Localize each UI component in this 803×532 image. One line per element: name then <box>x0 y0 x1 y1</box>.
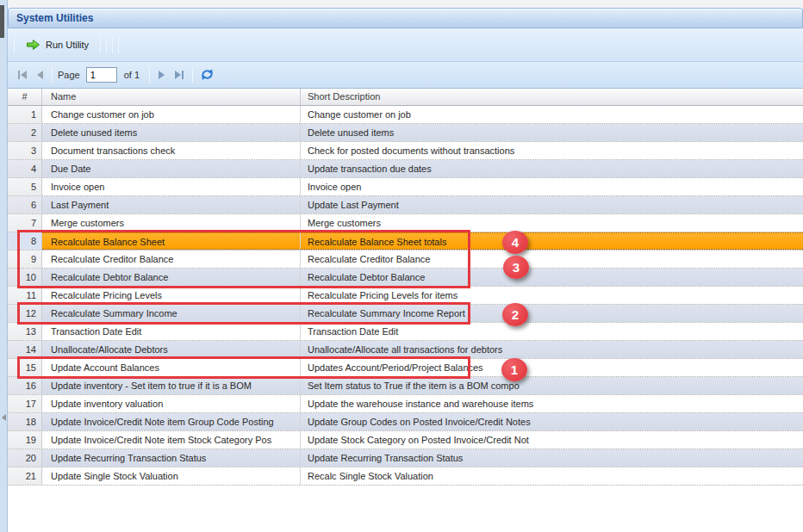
table-row[interactable]: 2 Delete unused items Delete unused item… <box>8 124 803 142</box>
row-number: 10 <box>8 269 42 286</box>
run-utility-label: Run Utility <box>46 40 89 50</box>
row-number: 18 <box>8 413 42 430</box>
first-page-icon <box>18 71 20 79</box>
refresh-button[interactable] <box>196 68 218 83</box>
row-number: 17 <box>8 395 42 412</box>
table-row[interactable]: 10 Recalculate Debtor Balance Recalculat… <box>8 269 803 287</box>
next-page-button[interactable] <box>153 65 170 84</box>
row-description: Update Group Codes on Posted Invoice/Cre… <box>301 413 803 430</box>
row-number: 20 <box>8 449 42 467</box>
row-description: Update Last Payment <box>301 196 803 213</box>
left-collapse-strip[interactable] <box>0 0 8 532</box>
toolbar-separator <box>14 37 15 53</box>
paging-toolbar: Page of 1 <box>8 61 803 89</box>
table-row[interactable]: 11 Recalculate Pricing Levels Recalculat… <box>8 287 803 305</box>
table-row[interactable]: 4 Due Date Update transaction due dates <box>8 160 803 178</box>
pager-separator <box>52 67 53 83</box>
pager-separator <box>149 67 150 83</box>
row-description: Updates Account/Period/Project Balances <box>301 359 803 376</box>
row-number: 19 <box>8 431 42 448</box>
row-description: Invoice open <box>301 178 803 195</box>
row-name: Update Account Balances <box>42 359 301 376</box>
table-row[interactable]: 3 Document transactions check Check for … <box>8 142 803 160</box>
row-number: 16 <box>8 377 42 394</box>
table-row[interactable]: 6 Last Payment Update Last Payment <box>8 196 803 214</box>
row-description: Set Item status to True if the item is a… <box>301 377 803 394</box>
table-row[interactable]: 21 Update Single Stock Valuation Recalc … <box>8 467 803 486</box>
row-name: Last Payment <box>42 196 301 213</box>
table-row[interactable]: 19 Update Invoice/Credit Note item Stock… <box>8 431 803 449</box>
row-description: Recalc Single Stock Valuation <box>301 467 803 485</box>
row-name: Recalculate Debtor Balance <box>42 269 301 286</box>
utilities-grid: # Name Short Description 1 Change custom… <box>8 89 803 532</box>
table-row[interactable]: 17 Update inventory valuation Update the… <box>8 395 803 413</box>
refresh-icon <box>201 68 214 83</box>
prev-page-button[interactable] <box>32 65 48 84</box>
table-row[interactable]: 5 Invoice open Invoice open <box>8 178 803 196</box>
row-name: Recalculate Summary Income <box>42 305 301 322</box>
row-number: 6 <box>8 196 42 213</box>
row-number: 13 <box>8 323 42 340</box>
row-number: 1 <box>8 106 42 123</box>
row-name: Update inventory valuation <box>42 395 301 412</box>
grid-header: # Name Short Description <box>8 89 803 106</box>
row-description: Update Stock Category on Posted Invoice/… <box>301 431 803 448</box>
row-number: 8 <box>8 232 42 250</box>
table-row[interactable]: 8 Recalculate Balance Sheet Recalculate … <box>8 232 803 251</box>
row-name: Update Invoice/Credit Note item Stock Ca… <box>42 431 301 448</box>
row-description: Change customer on job <box>301 106 803 123</box>
page-number-input[interactable] <box>86 67 117 83</box>
page-title: System Utilities <box>16 12 93 24</box>
row-description: Unallocate/Allocate all transactions for… <box>301 341 803 358</box>
toolbar: Run Utility <box>8 28 803 61</box>
row-description: Transaction Date Edit <box>301 323 803 340</box>
table-row[interactable]: 1 Change customer on job Change customer… <box>8 106 803 124</box>
row-description: Update the warehouse instance and wareho… <box>301 395 803 412</box>
last-page-icon <box>175 71 181 79</box>
row-description: Merge customers <box>301 214 803 232</box>
table-row[interactable]: 12 Recalculate Summary Income Recalculat… <box>8 305 803 323</box>
run-utility-button[interactable]: Run Utility <box>17 34 97 56</box>
toolbar-separator <box>106 37 107 53</box>
row-name: Unallocate/Allocate Debtors <box>42 341 301 358</box>
row-number: 5 <box>8 178 42 195</box>
row-name: Delete unused items <box>42 124 301 141</box>
row-name: Update inventory - Set item to true if i… <box>42 377 301 394</box>
row-number: 4 <box>8 160 42 177</box>
row-description: Recalculate Debtor Balance <box>301 269 803 286</box>
table-row[interactable]: 18 Update Invoice/Credit Note item Group… <box>8 413 803 431</box>
row-number: 21 <box>8 467 42 485</box>
row-description: Recalculate Balance Sheet totals <box>301 232 803 250</box>
annotation-badge-1: 1 <box>501 358 527 381</box>
pager-separator <box>192 67 193 83</box>
run-arrow-icon <box>26 39 40 51</box>
table-row[interactable]: 9 Recalculate Creditor Balance Recalcula… <box>8 251 803 269</box>
row-description: Check for posted documents without trans… <box>301 142 803 159</box>
row-name: Document transactions check <box>42 142 301 159</box>
collapse-panel-icon[interactable] <box>2 414 6 421</box>
row-name: Transaction Date Edit <box>42 323 301 340</box>
table-row[interactable]: 20 Update Recurring Transaction Status U… <box>8 449 803 467</box>
row-number: 3 <box>8 142 42 159</box>
page-count-label: of 1 <box>124 70 140 80</box>
table-row[interactable]: 16 Update inventory - Set item to true i… <box>8 377 803 395</box>
annotation-badge-2: 2 <box>502 303 528 326</box>
column-header-name[interactable]: Name <box>42 89 301 105</box>
table-row[interactable]: 13 Transaction Date Edit Transaction Dat… <box>8 323 803 341</box>
row-number: 12 <box>8 305 42 322</box>
table-row[interactable]: 7 Merge customers Merge customers <box>8 214 803 232</box>
page-label: Page <box>58 70 80 80</box>
last-page-button[interactable] <box>170 65 189 84</box>
row-name: Invoice open <box>42 178 301 195</box>
toolbar-separator <box>118 37 119 53</box>
row-name: Recalculate Creditor Balance <box>42 251 301 268</box>
table-row[interactable]: 15 Update Account Balances Updates Accou… <box>8 359 803 377</box>
first-page-button[interactable] <box>13 65 32 84</box>
annotation-badge-4: 4 <box>502 231 528 254</box>
row-description: Delete unused items <box>301 124 803 141</box>
row-description: Recalculate Summary Income Report <box>301 305 803 322</box>
column-header-short-description[interactable]: Short Description <box>301 89 803 105</box>
column-header-number[interactable]: # <box>8 89 42 105</box>
row-name: Recalculate Pricing Levels <box>42 287 301 304</box>
table-row[interactable]: 14 Unallocate/Allocate Debtors Unallocat… <box>8 341 803 359</box>
